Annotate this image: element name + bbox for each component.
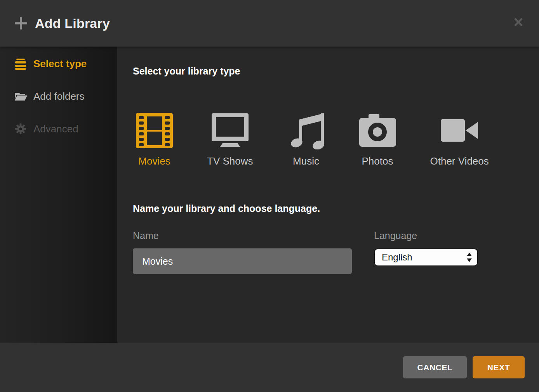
library-type-movies[interactable]: Movies [136, 113, 173, 167]
sidebar-item-advanced: Advanced [0, 120, 117, 137]
name-field-group: Name [133, 230, 352, 274]
library-type-label: Other Videos [430, 155, 489, 167]
folder-icon [14, 91, 27, 102]
sidebar-item-add-folders[interactable]: Add folders [0, 88, 117, 105]
tv-icon [212, 113, 249, 148]
name-label: Name [133, 230, 352, 241]
library-type-label: Movies [138, 155, 170, 167]
close-icon[interactable] [512, 16, 525, 29]
sidebar-item-label: Select type [33, 58, 87, 70]
select-stepper-arrows-icon [467, 253, 472, 262]
music-note-icon [287, 113, 325, 148]
list-icon [14, 57, 27, 70]
language-label: Language [374, 230, 478, 241]
dialog-footer: CANCEL NEXT [0, 343, 539, 392]
next-button[interactable]: NEXT [473, 356, 525, 378]
dialog-body: Select type Add folders [0, 47, 539, 343]
sidebar-item-label: Add folders [33, 90, 85, 102]
cancel-button[interactable]: CANCEL [403, 356, 467, 378]
library-type-row: Movies TV Shows [136, 113, 527, 167]
plus-icon [15, 17, 27, 29]
library-type-label: Music [293, 155, 319, 167]
select-type-heading: Select your library type [133, 65, 527, 77]
camera-icon [359, 113, 396, 148]
library-name-input[interactable] [133, 248, 352, 274]
language-select[interactable]: English [374, 248, 478, 266]
name-language-heading: Name your library and choose language. [133, 203, 527, 214]
language-field-group: Language English [374, 230, 478, 266]
language-select-value: English [382, 252, 412, 263]
name-language-form: Name Language English [133, 230, 527, 274]
steps-sidebar: Select type Add folders [0, 47, 117, 343]
library-type-other-videos[interactable]: Other Videos [430, 113, 489, 167]
library-type-tv-shows[interactable]: TV Shows [207, 113, 253, 167]
gear-icon [14, 123, 27, 135]
film-icon [136, 113, 173, 148]
library-type-music[interactable]: Music [287, 113, 325, 167]
video-camera-icon [441, 113, 478, 148]
sidebar-item-select-type[interactable]: Select type [0, 55, 117, 72]
dialog-title: Add Library [35, 16, 110, 31]
add-library-dialog: Add Library [0, 0, 539, 392]
sidebar-item-label: Advanced [33, 123, 78, 135]
library-type-photos[interactable]: Photos [359, 113, 396, 167]
dialog-header: Add Library [0, 0, 539, 47]
library-type-label: TV Shows [207, 155, 253, 167]
main-pane: Select your library type [117, 47, 539, 343]
library-type-label: Photos [362, 155, 393, 167]
